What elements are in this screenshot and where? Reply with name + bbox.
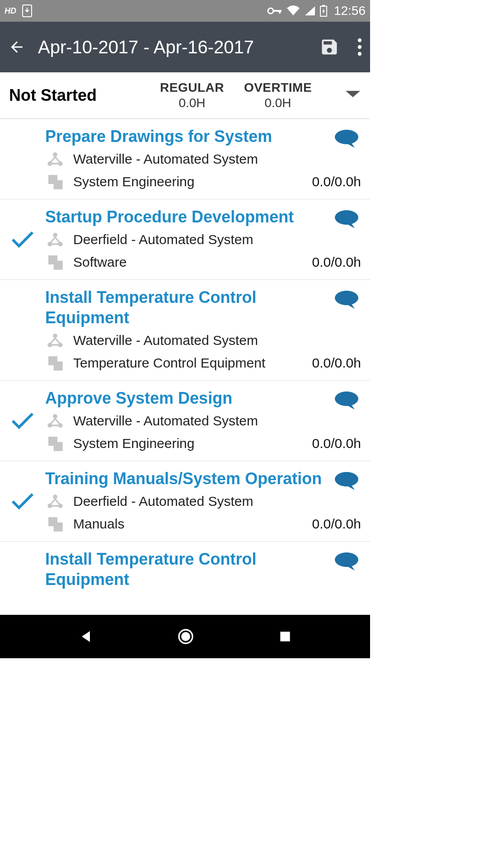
task-category: Manuals xyxy=(73,516,304,532)
svg-point-41 xyxy=(181,632,190,641)
checkmark-icon xyxy=(10,230,35,250)
overtime-value: 0.0H xyxy=(264,96,291,110)
svg-rect-13 xyxy=(54,180,63,189)
svg-rect-42 xyxy=(280,632,290,641)
battery-charging-icon xyxy=(319,5,328,17)
task-item[interactable]: Training Manuals/System Operation Deerfi… xyxy=(0,461,370,542)
expand-dropdown-button[interactable] xyxy=(345,90,361,101)
task-hours: 0.0/0.0h xyxy=(312,255,361,270)
task-title: Startup Procedure Development xyxy=(45,207,361,227)
nav-back-button[interactable] xyxy=(78,628,94,645)
svg-point-38 xyxy=(335,472,358,486)
task-project: Deerfield - Automated System xyxy=(73,232,361,247)
nav-recent-button[interactable] xyxy=(278,629,292,644)
task-hours: 0.0/0.0h xyxy=(312,436,361,451)
svg-point-39 xyxy=(335,552,358,567)
svg-point-9 xyxy=(53,152,57,157)
task-project: Waterville - Automated System xyxy=(73,151,361,167)
task-category: System Engineering xyxy=(73,436,304,451)
task-item[interactable]: Prepare Drawings for System Waterville -… xyxy=(0,119,370,199)
svg-rect-3 xyxy=(279,10,281,14)
project-icon xyxy=(45,411,65,431)
task-project: Waterville - Automated System xyxy=(73,333,361,348)
task-check-col[interactable] xyxy=(0,468,45,534)
svg-point-27 xyxy=(53,414,57,419)
wifi-icon xyxy=(286,5,300,16)
save-button[interactable] xyxy=(319,37,339,57)
svg-rect-31 xyxy=(54,442,63,451)
project-icon xyxy=(45,330,65,350)
overflow-menu-button[interactable] xyxy=(357,38,362,56)
cell-signal-icon xyxy=(304,5,316,16)
task-check-col[interactable] xyxy=(0,549,45,590)
svg-rect-5 xyxy=(322,5,325,6)
sim-download-icon xyxy=(22,4,33,18)
regular-value: 0.0H xyxy=(178,96,205,110)
task-project: Deerfield - Automated System xyxy=(73,494,361,509)
task-check-col[interactable] xyxy=(0,287,45,373)
checkmark-icon xyxy=(10,411,35,431)
back-button[interactable] xyxy=(8,38,25,56)
checkmark-icon xyxy=(10,491,35,511)
task-list: Prepare Drawings for System Waterville -… xyxy=(0,119,370,597)
task-item[interactable]: Approve System Design Waterville - Autom… xyxy=(0,381,370,461)
project-icon xyxy=(45,491,65,511)
task-category: Temperature Control Equipment xyxy=(73,355,304,371)
task-item[interactable]: Startup Procedure Development Deerfield … xyxy=(0,199,370,280)
status-left: HD xyxy=(5,4,33,18)
category-icon xyxy=(45,172,65,192)
clock-time: 12:56 xyxy=(334,4,366,18)
overtime-label: OVERTIME xyxy=(244,80,312,95)
nav-home-button[interactable] xyxy=(177,627,195,646)
task-title: Approve System Design xyxy=(45,388,361,408)
project-icon xyxy=(45,149,65,169)
category-icon xyxy=(45,252,65,272)
project-icon xyxy=(45,230,65,250)
svg-point-20 xyxy=(335,210,358,225)
task-title: Training Manuals/System Operation xyxy=(45,468,361,489)
task-check-col[interactable] xyxy=(0,388,45,453)
comment-button[interactable] xyxy=(334,129,359,151)
comment-button[interactable] xyxy=(334,471,359,493)
status-right: 12:56 xyxy=(267,4,366,18)
category-icon xyxy=(45,514,65,534)
task-category: System Engineering xyxy=(73,174,304,189)
svg-point-1 xyxy=(268,8,273,14)
vpn-key-icon xyxy=(267,6,282,15)
task-check-col[interactable] xyxy=(0,126,45,192)
regular-label: REGULAR xyxy=(160,80,224,95)
app-bar: Apr-10-2017 - Apr-16-2017 xyxy=(0,22,370,72)
task-title: Install Temperature Control Equipment xyxy=(45,287,361,328)
task-check-col[interactable] xyxy=(0,207,45,272)
regular-hours-col: REGULAR 0.0H xyxy=(149,80,235,110)
svg-point-33 xyxy=(53,495,57,499)
task-hours: 0.0/0.0h xyxy=(312,516,361,532)
summary-status: Not Started xyxy=(9,86,149,105)
task-item[interactable]: Install Temperature Control Equipment Wa… xyxy=(0,280,370,381)
comment-button[interactable] xyxy=(334,552,359,573)
status-bar: HD 12:56 xyxy=(0,0,370,22)
task-item[interactable]: Install Temperature Control Equipment xyxy=(0,542,370,597)
category-icon xyxy=(45,353,65,373)
comment-button[interactable] xyxy=(334,209,359,231)
task-category: Software xyxy=(73,255,304,270)
task-title: Prepare Drawings for System xyxy=(45,126,361,146)
svg-rect-19 xyxy=(54,261,63,270)
comment-button[interactable] xyxy=(334,290,359,311)
svg-point-8 xyxy=(358,52,361,56)
svg-rect-37 xyxy=(54,523,63,532)
category-icon xyxy=(45,434,65,453)
svg-point-7 xyxy=(358,45,361,49)
svg-point-15 xyxy=(53,233,57,237)
svg-rect-25 xyxy=(54,362,63,371)
summary-bar: Not Started REGULAR 0.0H OVERTIME 0.0H xyxy=(0,72,370,119)
task-project: Waterville - Automated System xyxy=(73,413,361,429)
task-hours: 0.0/0.0h xyxy=(312,355,361,371)
svg-point-6 xyxy=(358,38,361,42)
page-title: Apr-10-2017 - Apr-16-2017 xyxy=(38,37,307,57)
android-navbar xyxy=(0,615,370,658)
svg-point-26 xyxy=(335,291,358,305)
comment-button[interactable] xyxy=(334,391,359,412)
svg-point-21 xyxy=(53,334,57,338)
task-hours: 0.0/0.0h xyxy=(312,174,361,189)
